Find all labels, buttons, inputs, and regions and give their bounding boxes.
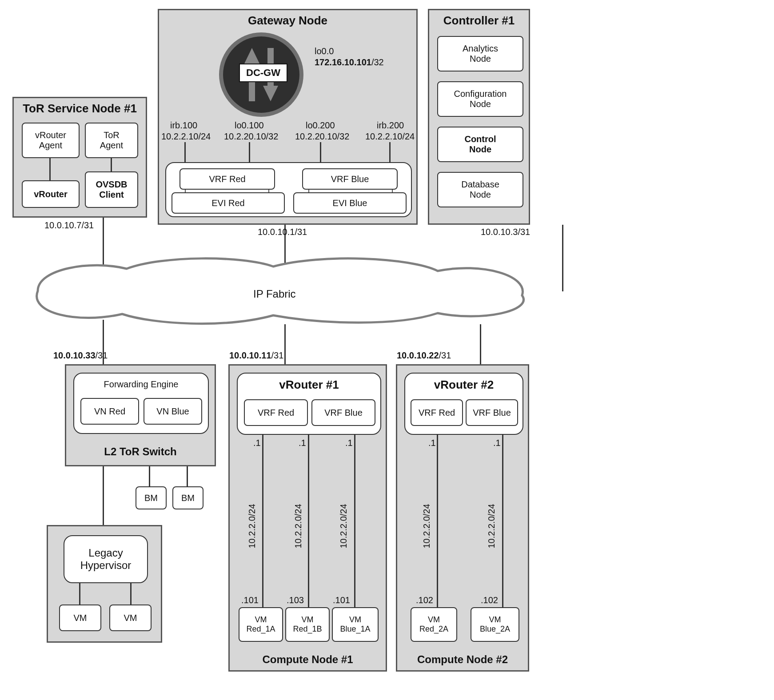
vrouter-box: vRouter: [22, 180, 80, 208]
analytics-node-box: Analytics Node: [437, 36, 523, 72]
vrf-red-box: VRF Red: [180, 168, 275, 190]
ip-fabric-label: IP Fabric: [253, 288, 296, 301]
lo200-ip: 10.2.20.10/32: [295, 131, 349, 142]
irb100-name: irb.100: [170, 120, 197, 131]
c1-vmip-3: .101: [333, 595, 350, 605]
controller-title: Controller #1: [429, 14, 529, 28]
evi-blue-box: EVI Blue: [293, 192, 407, 214]
controller-ip: 10.0.10.3/31: [481, 227, 530, 237]
compute1-panel: vRouter #1 VRF Red VRF Blue .1 .1 .1 10.…: [228, 364, 387, 672]
controller-panel: Controller #1 Analytics Node Configurati…: [428, 9, 530, 225]
compute1-vrouter-title: vRouter #1: [238, 378, 380, 392]
bm-box-1: BM: [136, 486, 167, 509]
legacy-hypervisor-box: Legacy Hypervisor: [64, 535, 148, 583]
torswitch-ip: 10.0.10.33/31: [53, 350, 108, 361]
c1-gw-ip-2: .1: [299, 438, 306, 448]
c1-gw-ip-1: .1: [253, 438, 261, 448]
gateway-lo-ip-suffix: /32: [371, 57, 384, 67]
compute1-ip: 10.0.10.11/31: [229, 350, 283, 361]
tor-service-ip: 10.0.10.7/31: [44, 220, 94, 231]
connector: [130, 583, 132, 605]
compute1-title: Compute Node #1: [230, 653, 386, 666]
c1-subnet-2: 10.2.2.0/24: [293, 495, 303, 549]
diagram-canvas: ToR Service Node #1 vRouter Agent ToR Ag…: [9, 9, 764, 693]
vn-red-box: VN Red: [80, 398, 139, 425]
vm-box-1: VM: [59, 605, 101, 631]
vrouter-agent-box: vRouter Agent: [22, 123, 80, 158]
c1-vm1: VM Red_1A: [239, 607, 283, 642]
lo100-name: lo0.100: [235, 120, 264, 131]
compute2-vrf-red: VRF Red: [411, 399, 463, 426]
legacy-hypervisor-panel: Legacy Hypervisor VM VM: [47, 525, 162, 643]
torswitch-title: L2 ToR Switch: [66, 445, 215, 458]
torswitch-panel: Forwarding Engine VN Red VN Blue L2 ToR …: [65, 364, 216, 466]
connector: [284, 324, 286, 364]
c2-vmip-1: .102: [416, 595, 433, 605]
c1-vmip-1: .101: [241, 595, 259, 605]
lo100-ip: 10.2.20.10/32: [224, 131, 278, 142]
vrf-blue-box: VRF Blue: [302, 168, 398, 190]
bm-box-2: BM: [172, 486, 203, 509]
connector: [49, 158, 51, 180]
vm-box-2: VM: [109, 605, 152, 631]
compute2-panel: vRouter #2 VRF Red VRF Blue .1 .1 10.2.2…: [396, 364, 529, 672]
connector: [308, 435, 309, 607]
c2-vm2: VM Blue_2A: [471, 607, 519, 642]
vn-blue-box: VN Blue: [144, 398, 202, 425]
connector: [354, 435, 355, 607]
connector: [562, 225, 563, 291]
c1-vm2: VM Red_1B: [285, 607, 330, 642]
connector: [502, 435, 503, 607]
gateway-lo-ip: 172.16.10.101/32: [315, 57, 384, 68]
compute2-title: Compute Node #2: [397, 653, 528, 666]
connector: [480, 324, 481, 364]
gateway-panel: Gateway Node DC-GW lo0.0 172.16.10.101/3…: [158, 9, 418, 225]
tor-service-panel: ToR Service Node #1 vRouter Agent ToR Ag…: [12, 97, 147, 218]
gateway-ip: 10.0.10.1/31: [258, 227, 307, 237]
irb100-ip: 10.2.2.10/24: [161, 131, 211, 142]
c1-subnet-1: 10.2.2.0/24: [247, 495, 257, 549]
gateway-title: Gateway Node: [159, 14, 416, 28]
c2-gw-ip-2: .1: [493, 438, 501, 448]
gateway-lo-label: lo0.0: [315, 46, 334, 56]
lo200-name: lo0.200: [306, 120, 335, 131]
c2-vm1: VM Red_2A: [411, 607, 457, 642]
c2-gw-ip-1: .1: [428, 438, 436, 448]
c2-subnet-1: 10.2.2.0/24: [422, 495, 432, 549]
compute2-vrouter-title: vRouter #2: [405, 378, 523, 392]
c1-vmip-2: .103: [287, 595, 304, 605]
compute2-vrouter-box: vRouter #2 VRF Red VRF Blue: [404, 373, 523, 435]
c1-gw-ip-3: .1: [345, 438, 353, 448]
ip-fabric-cloud: [11, 238, 535, 326]
compute2-vrf-blue: VRF Blue: [466, 399, 518, 426]
database-node-box: Database Node: [437, 172, 523, 207]
c1-vm3: VM Blue_1A: [332, 607, 379, 642]
irb200-name: irb.200: [377, 120, 404, 131]
gateway-lo-ip-bold: 172.16.10.101: [315, 57, 371, 67]
c1-subnet-3: 10.2.2.0/24: [339, 495, 349, 549]
compute1-vrf-blue: VRF Blue: [311, 399, 375, 426]
evi-red-box: EVI Red: [172, 192, 285, 214]
connector: [437, 435, 438, 607]
compute1-vrf-red: VRF Red: [244, 399, 308, 426]
forwarding-engine-box: Forwarding Engine VN Red VN Blue: [73, 373, 209, 434]
configuration-node-box: Configuration Node: [437, 81, 523, 117]
connector: [262, 435, 263, 607]
connector: [111, 158, 112, 172]
gateway-routing-container: VRF Red VRF Blue EVI Red EVI Blue: [165, 162, 412, 217]
forwarding-engine-label: Forwarding Engine: [74, 379, 208, 390]
c2-subnet-2: 10.2.2.0/24: [487, 495, 497, 549]
tor-agent-box: ToR Agent: [85, 123, 138, 158]
control-node-box: Control Node: [437, 127, 523, 162]
irb200-ip: 10.2.2.10/24: [365, 131, 415, 142]
connector: [79, 583, 80, 605]
dcgw-label: DC-GW: [239, 64, 287, 82]
c2-vmip-2: .102: [481, 595, 498, 605]
compute1-vrouter-box: vRouter #1 VRF Red VRF Blue: [237, 373, 381, 435]
compute2-ip: 10.0.10.22/31: [397, 350, 451, 361]
ovsdb-client-box: OVSDB Client: [85, 171, 138, 208]
tor-service-title: ToR Service Node #1: [14, 102, 146, 115]
